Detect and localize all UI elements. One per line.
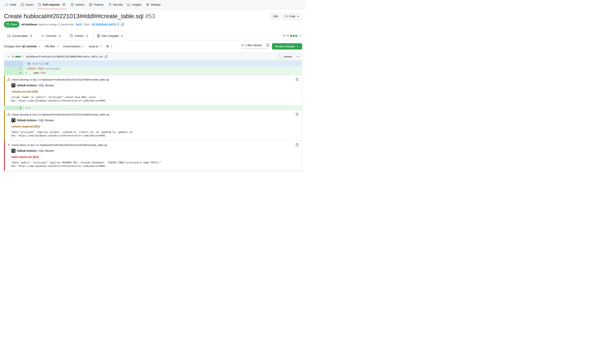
file-filter-label: File filter <box>45 45 55 48</box>
git-commit-icon <box>41 34 44 38</box>
annotation-message: Table "public"."principal" requires PRIM… <box>12 161 299 164</box>
file-filter-dropdown[interactable]: File filter <box>45 45 59 48</box>
pr-tabs-row: Conversation 0 Commits 1 Checks 1 Files … <box>4 31 302 40</box>
diff-sign: + <box>24 66 28 71</box>
annotation-header-text: Check failure on line 3 in bytebase/Prod… <box>12 143 107 146</box>
copy-path-icon[interactable] <box>105 55 107 58</box>
diff-sign: + <box>24 71 28 75</box>
changes-from-dropdown[interactable]: Changes from all commits <box>4 45 41 48</box>
viewed-toggle[interactable]: Viewed <box>277 54 294 59</box>
octocat-icon <box>12 149 15 152</box>
annotation-header: Check warning on line 2 in bytebase/Prod… <box>7 78 299 81</box>
merge-status-row: Open ed-bytebase wants to merge 1 commit… <box>4 21 302 27</box>
caret-down-icon <box>296 45 299 48</box>
check-annotation-warning-2: Check warning on line 3 in bytebase/Prod… <box>4 110 302 141</box>
nav-label: Issues <box>26 3 33 6</box>
file-path-link[interactable]: bytebase/Prod/hublocal##20221013##ddl##c… <box>26 55 103 58</box>
old-line-number[interactable] <box>4 66 14 71</box>
review-changes-button[interactable]: Review changes <box>272 43 302 50</box>
hunk-gutter-old: ... <box>4 61 14 66</box>
pr-title: Create hublocal##20221013##ddl##create_t… <box>4 13 144 20</box>
file-options-kebab[interactable] <box>296 55 300 59</box>
tab-count: 0 <box>29 34 33 38</box>
pr-state-label: Open <box>11 23 17 26</box>
caret-down-icon <box>110 45 113 48</box>
annotation-doc: Doc: https://www.bytebase.com/docs/refer… <box>12 164 299 168</box>
code-cell: + ); <box>24 106 302 110</box>
github-actions-avatar <box>12 118 15 122</box>
diff-toolbar-right: 0 / 1 files viewed Review changes <box>241 43 302 50</box>
edit-button[interactable]: Edit <box>271 13 280 19</box>
github-actions-avatar <box>12 83 15 87</box>
shield-icon <box>108 3 111 6</box>
files-viewed-text: 0 / 1 files viewed <box>241 44 262 47</box>
check-annotation-failure: Check failure on line 3 in bytebase/Prod… <box>4 141 302 171</box>
caret-down-icon <box>99 45 102 48</box>
files-viewed-progress <box>241 48 269 49</box>
copy-branch-icon[interactable] <box>121 23 124 26</box>
collapse-file-button[interactable] <box>6 54 11 59</box>
nav-label: Pull requests <box>43 3 60 6</box>
tab-commits[interactable]: Commits 1 <box>38 31 65 40</box>
conversations-label: Conversations <box>63 45 80 48</box>
hunk-gutter-new: ... <box>14 61 24 66</box>
viewed-checkbox[interactable] <box>279 55 281 58</box>
new-line-number[interactable]: 3 <box>14 106 24 110</box>
head-branch-label[interactable]: ed-bytebase-patch-2 <box>91 23 120 26</box>
pr-tabnav: Conversation 0 Commits 1 Checks 1 Files … <box>4 31 282 40</box>
conversations-dropdown[interactable]: Conversations <box>63 45 85 48</box>
play-icon <box>71 3 74 6</box>
nav-item-pull-requests[interactable]: Pull requests 24 <box>36 0 68 9</box>
check-annotation-warning-1: Check warning on line 2 in bytebase/Prod… <box>4 75 302 106</box>
annotation-doc: Doc: https://www.bytebase.com/docs/refer… <box>12 99 299 103</box>
gear-icon <box>146 3 149 6</box>
page-title: Create hublocal##20221013##ddl##create_t… <box>4 13 267 20</box>
tool-name-link[interactable]: GitHub Actions <box>17 149 37 152</box>
git-pull-request-icon <box>6 23 9 26</box>
nav-item-settings[interactable]: Settings <box>144 0 163 9</box>
pr-header: Create hublocal##20221013##ddl##create_t… <box>4 9 302 20</box>
annotation-header-text: Check warning on line 3 in bytebase/Prod… <box>12 113 109 116</box>
tab-checks[interactable]: Checks 1 <box>67 31 92 40</box>
code-button[interactable]: Code <box>282 13 302 19</box>
tab-files-changed[interactable]: Files changed 1 <box>93 31 127 40</box>
base-branch-label[interactable]: main <box>75 23 83 26</box>
old-line-number[interactable] <box>4 106 14 110</box>
x-icon <box>7 143 10 146</box>
nav-item-security[interactable]: Security <box>106 0 125 9</box>
github-actions-avatar <box>12 149 15 153</box>
nav-item-code[interactable]: Code <box>3 0 18 9</box>
pr-author-link[interactable]: ed-bytebase <box>21 23 37 26</box>
info-icon[interactable] <box>266 44 269 47</box>
annotation-doc: Doc: https://www.bytebase.com/docs/refer… <box>12 134 299 137</box>
code-text: ); <box>28 106 30 110</box>
file-changes-count: 3 <box>12 55 13 58</box>
diffstat-square <box>300 35 302 37</box>
new-line-number[interactable]: 2 <box>14 71 24 75</box>
new-line-number[interactable]: 1 <box>14 66 24 71</box>
tool-name-link[interactable]: GitHub Actions <box>17 84 37 87</box>
code-cell: + name TEXT <box>24 71 302 75</box>
edit-button-label: Edit <box>273 15 278 18</box>
tool-name-link[interactable]: GitHub Actions <box>17 119 37 122</box>
gear-icon <box>106 45 109 48</box>
octocat-icon <box>12 119 15 122</box>
nav-item-projects[interactable]: Projects <box>87 0 106 9</box>
nav-item-issues[interactable]: Issues <box>18 0 36 9</box>
tab-conversation[interactable]: Conversation 0 <box>4 31 36 40</box>
diff-settings-dropdown[interactable] <box>106 45 113 48</box>
nav-item-insights[interactable]: Insights <box>125 0 144 9</box>
table-icon <box>89 3 92 6</box>
jump-to-dropdown[interactable]: Jump to <box>88 45 102 48</box>
code-button-label: Code <box>289 15 295 18</box>
merge-sentence: ed-bytebase wants to merge 1 commit into… <box>21 23 124 26</box>
caret-down-icon <box>56 45 59 48</box>
code-text: name TEXT <box>28 71 46 75</box>
rule-title: column.no-null (402) <box>12 90 299 93</box>
code-icon <box>285 15 288 18</box>
old-line-number[interactable] <box>4 71 14 75</box>
octocat-icon <box>12 84 15 87</box>
changes-from-value: all commits <box>22 45 37 48</box>
active-nav-underline <box>37 9 67 9</box>
nav-item-actions[interactable]: Actions <box>68 0 87 9</box>
